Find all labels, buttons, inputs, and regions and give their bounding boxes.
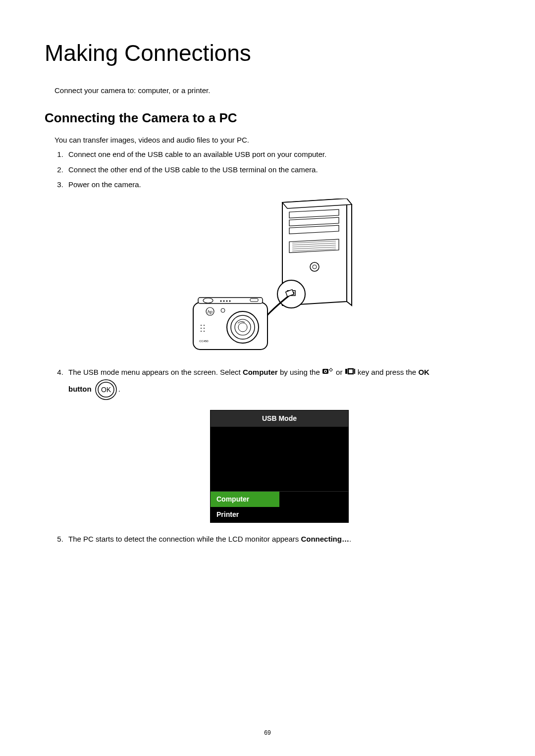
step-2: Connect the other end of the USB cable t…: [65, 164, 490, 176]
usb-mode-option-computer[interactable]: Computer: [211, 492, 279, 507]
svg-point-35: [201, 328, 202, 329]
section-title: Connecting the Camera to a PC: [45, 110, 490, 126]
usb-mode-header: USB Mode: [211, 410, 348, 427]
steps-list-continued: The USB mode menu appears on the screen.…: [65, 367, 490, 545]
ok-icon-label: OK: [101, 386, 111, 394]
step-5: The PC starts to detect the connection w…: [65, 534, 490, 545]
camera-to-pc-diagram: hp CC450: [178, 199, 357, 357]
step-4-text-c: or: [334, 368, 345, 376]
svg-rect-44: [348, 369, 353, 374]
camera-pc-figure: hp CC450: [45, 199, 490, 357]
macro-key-icon: [322, 367, 334, 378]
svg-rect-45: [354, 369, 355, 374]
usb-mode-option-printer[interactable]: Printer: [211, 507, 279, 522]
svg-rect-43: [345, 369, 347, 374]
step-4-text-d: key and press the: [356, 368, 419, 376]
svg-point-23: [229, 300, 231, 302]
usb-mode-body: [211, 427, 348, 491]
step-4-button-label: button: [68, 385, 92, 393]
step-3: Power on the camera.: [65, 179, 490, 191]
svg-point-41: [324, 371, 326, 372]
svg-point-42: [329, 369, 332, 371]
svg-point-19: [203, 298, 213, 303]
step-4: The USB mode menu appears on the screen.…: [65, 367, 490, 523]
step-5-text-b: .: [349, 535, 351, 543]
svg-point-38: [204, 331, 205, 332]
svg-point-31: [221, 308, 225, 312]
svg-point-21: [223, 300, 225, 302]
svg-point-33: [201, 325, 202, 326]
svg-text:hp: hp: [208, 309, 213, 314]
svg-point-28: [238, 323, 247, 332]
usb-mode-screen: USB Mode Computer Printer: [210, 410, 349, 523]
step-1: Connect one end of the USB cable to an a…: [65, 149, 490, 160]
display-key-icon: [345, 367, 356, 378]
step-4-text-b: by using the: [278, 368, 322, 376]
steps-list: Connect one end of the USB cable to an a…: [65, 149, 490, 191]
usb-mode-options: Computer Printer: [211, 491, 348, 522]
step-4-ok: OK: [418, 368, 429, 376]
ok-button-icon: OK: [95, 378, 117, 401]
svg-text:CC450: CC450: [199, 340, 209, 343]
svg-point-20: [220, 300, 222, 302]
step-5-connecting: Connecting…: [301, 535, 349, 543]
section-intro: You can transfer images, videos and audi…: [54, 136, 490, 144]
intro-text: Connect your camera to: computer, or a p…: [54, 86, 490, 95]
page-number: 69: [0, 729, 535, 736]
svg-point-34: [204, 325, 205, 326]
page-title: Making Connections: [45, 40, 490, 66]
step-4-computer: Computer: [243, 368, 278, 376]
svg-rect-24: [250, 299, 258, 302]
svg-point-37: [201, 331, 202, 332]
step-5-text-a: The PC starts to detect the connection w…: [68, 535, 301, 543]
step-4-period: .: [118, 385, 120, 393]
svg-point-36: [204, 328, 205, 329]
step-4-text-a: The USB mode menu appears on the screen.…: [68, 368, 243, 376]
svg-point-22: [226, 300, 228, 302]
